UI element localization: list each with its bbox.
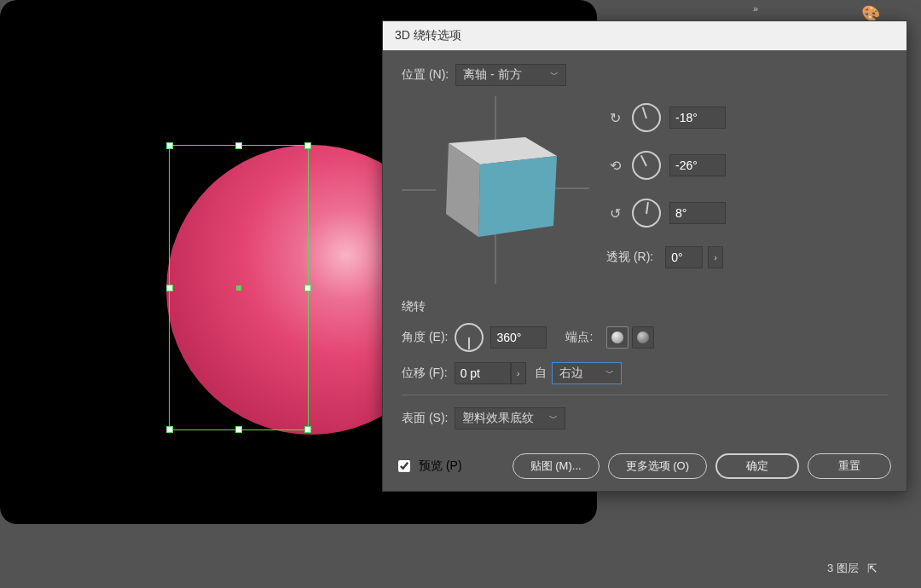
chevron-down-icon: ﹀ <box>550 69 559 81</box>
rotate-z-input[interactable]: 8° <box>669 202 726 224</box>
cube-preview-widget[interactable] <box>402 96 589 284</box>
handle-top-left[interactable] <box>166 142 173 149</box>
from-label: 自 <box>535 366 547 381</box>
rotate-y-dial[interactable] <box>632 151 661 180</box>
more-options-button[interactable]: 更多选项 (O) <box>608 453 707 479</box>
preview-label[interactable]: 预览 (P) <box>419 458 462 474</box>
rotate-y-input[interactable]: -26° <box>669 154 726 176</box>
position-value: 离轴 - 前方 <box>463 67 521 83</box>
handle-bottom-left[interactable] <box>166 426 173 433</box>
surface-select[interactable]: 塑料效果底纹 ﹀ <box>455 407 565 429</box>
handle-top-middle[interactable] <box>235 142 242 149</box>
rotate-y-icon: ⟲ <box>606 158 623 174</box>
perspective-stepper[interactable]: › <box>708 246 723 268</box>
handle-bottom-middle[interactable] <box>235 426 242 433</box>
rotate-x-input[interactable]: -18° <box>669 107 726 129</box>
svg-marker-5 <box>478 156 557 237</box>
angle-label: 角度 (E): <box>402 330 448 345</box>
panel-collapse-icon[interactable]: » <box>748 0 763 17</box>
map-art-button[interactable]: 贴图 (M)... <box>513 453 600 479</box>
selection-bounds[interactable] <box>169 145 309 430</box>
popout-icon[interactable]: ⇱ <box>867 562 878 575</box>
surface-label: 表面 (S): <box>402 411 448 426</box>
surface-value: 塑料效果底纹 <box>462 411 534 426</box>
position-label: 位置 (N): <box>402 67 449 83</box>
revolve-options-dialog: 3D 绕转选项 位置 (N): 离轴 - 前方 ﹀ <box>382 20 907 492</box>
rotate-x-icon: ↻ <box>606 110 623 126</box>
divider <box>402 395 888 395</box>
handle-middle-left[interactable] <box>166 285 173 291</box>
rotate-x-dial[interactable] <box>632 103 661 132</box>
handle-bottom-right[interactable] <box>304 426 311 433</box>
revolve-section-title: 绕转 <box>402 299 888 314</box>
status-bar-area <box>0 524 597 588</box>
reset-button[interactable]: 重置 <box>808 453 891 479</box>
handle-middle-right[interactable] <box>304 285 311 291</box>
angle-dial[interactable] <box>455 323 484 352</box>
preview-checkbox[interactable] <box>398 460 410 472</box>
handle-center[interactable] <box>236 285 241 291</box>
cap-solid-button[interactable] <box>606 326 628 349</box>
rotate-z-icon: ↺ <box>606 205 623 222</box>
offset-stepper[interactable]: › <box>511 362 526 384</box>
cap-label: 端点: <box>565 330 593 345</box>
cap-hollow-button[interactable] <box>632 326 654 349</box>
rotate-z-dial[interactable] <box>632 199 661 228</box>
angle-input[interactable]: 360° <box>490 326 547 349</box>
offset-input[interactable]: 0 pt <box>455 362 511 384</box>
position-select[interactable]: 离轴 - 前方 ﹀ <box>455 64 566 86</box>
chevron-down-icon: ﹀ <box>605 367 614 379</box>
from-value: 右边 <box>559 366 583 381</box>
from-select[interactable]: 右边 ﹀ <box>552 362 622 384</box>
layers-count: 3 图层 <box>827 561 859 576</box>
dialog-title: 3D 绕转选项 <box>395 28 461 43</box>
perspective-label: 透视 (R): <box>606 250 653 265</box>
offset-label: 位移 (F): <box>402 366 448 381</box>
dialog-title-bar[interactable]: 3D 绕转选项 <box>383 21 907 50</box>
chevron-down-icon: ﹀ <box>549 412 558 424</box>
perspective-input[interactable]: 0° <box>665 246 703 268</box>
handle-top-right[interactable] <box>304 142 311 149</box>
ok-button[interactable]: 确定 <box>715 453 799 479</box>
